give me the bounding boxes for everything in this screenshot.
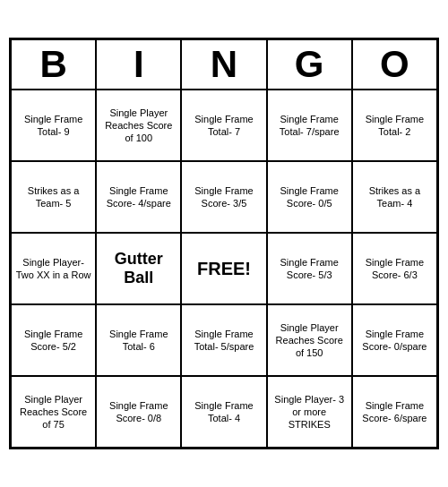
bingo-letter-g: G — [267, 39, 352, 90]
bingo-cell-14: Single Frame Score- 6/3 — [352, 233, 437, 304]
bingo-cell-2: Single Frame Total- 7 — [181, 90, 266, 161]
bingo-cell-23: Single Player- 3 or more STRIKES — [267, 376, 352, 448]
bingo-cell-0: Single Frame Total- 9 — [11, 90, 96, 161]
bingo-grid: Single Frame Total- 9Single Player Reach… — [11, 90, 437, 448]
bingo-header: BINGO — [11, 39, 437, 90]
bingo-cell-13: Single Frame Score- 5/3 — [267, 233, 352, 304]
bingo-cell-24: Single Frame Score- 6/spare — [352, 376, 437, 448]
bingo-cell-12: FREE! — [181, 233, 266, 304]
bingo-cell-21: Single Frame Score- 0/8 — [96, 376, 181, 448]
bingo-cell-16: Single Frame Total- 6 — [96, 304, 181, 376]
bingo-cell-3: Single Frame Total- 7/spare — [267, 90, 352, 161]
bingo-letter-b: B — [11, 39, 96, 90]
bingo-cell-10: Single Player- Two XX in a Row — [11, 233, 96, 304]
bingo-cell-6: Single Frame Score- 4/spare — [96, 161, 181, 233]
bingo-cell-5: Strikes as a Team- 5 — [11, 161, 96, 233]
bingo-cell-11: Gutter Ball — [96, 233, 181, 304]
bingo-letter-o: O — [352, 39, 437, 90]
bingo-cell-9: Strikes as a Team- 4 — [352, 161, 437, 233]
bingo-cell-8: Single Frame Score- 0/5 — [267, 161, 352, 233]
bingo-cell-1: Single Player Reaches Score of 100 — [96, 90, 181, 161]
bingo-cell-17: Single Frame Total- 5/spare — [181, 304, 266, 376]
bingo-cell-4: Single Frame Total- 2 — [352, 90, 437, 161]
bingo-cell-15: Single Frame Score- 5/2 — [11, 304, 96, 376]
bingo-letter-n: N — [181, 39, 266, 90]
bingo-letter-i: I — [96, 39, 181, 90]
bingo-cell-7: Single Frame Score- 3/5 — [181, 161, 266, 233]
bingo-cell-20: Single Player Reaches Score of 75 — [11, 376, 96, 448]
bingo-cell-19: Single Frame Score- 0/spare — [352, 304, 437, 376]
bingo-card: BINGO Single Frame Total- 9Single Player… — [9, 38, 439, 449]
bingo-cell-18: Single Player Reaches Score of 150 — [267, 304, 352, 376]
bingo-cell-22: Single Frame Total- 4 — [181, 376, 266, 448]
